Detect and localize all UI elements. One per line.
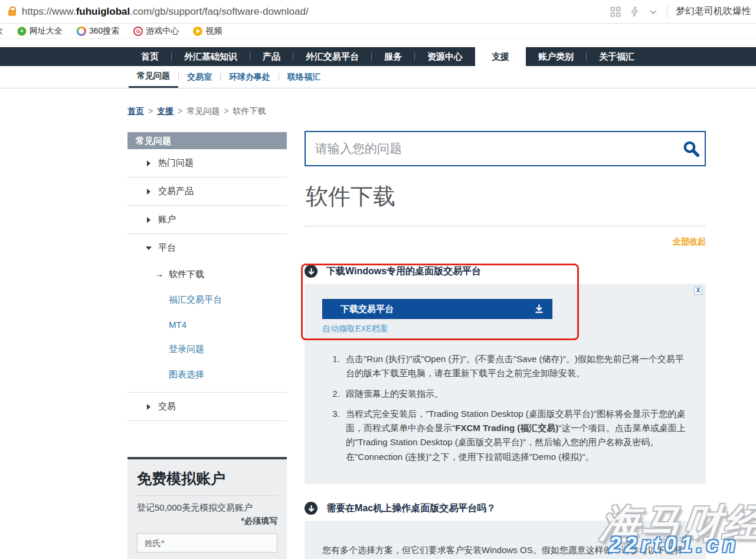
breadcrumb-faq: 常见问题 — [186, 106, 220, 116]
breadcrumb: 首页>支援>常见问题>软件下载 — [127, 106, 266, 117]
bookmark-video[interactable]: 视频 — [193, 26, 222, 37]
browser-url-bar: https://www.fuhuiglobal.com/gb/support/f… — [0, 0, 756, 24]
bookmark-nav-daquan[interactable]: + 网址大全 — [17, 26, 63, 37]
demo-box-subtitle: 登记50,000美元模拟交易账户 — [137, 502, 277, 514]
step-item: 当程式完全安装后，"Trading Station Desktop (桌面版交易… — [342, 407, 688, 464]
last-name-field[interactable] — [137, 533, 277, 553]
nav-item-forex-basics[interactable]: 外汇基础知识 — [172, 47, 250, 66]
bookmark-game-center[interactable]: G 游戏中心 — [133, 26, 179, 37]
spacer — [0, 39, 756, 47]
required-note: *必须填写 — [137, 516, 277, 527]
nav-item-support[interactable]: 支援 — [475, 47, 526, 66]
sidebar-item-hot-questions[interactable]: 热门问题 — [127, 149, 287, 177]
bookmark-360-search[interactable]: 360搜索 — [77, 26, 119, 37]
address-bar[interactable]: https://www.fuhuiglobal.com/gb/support/f… — [22, 6, 610, 18]
next-tab-title[interactable]: 梦幻老司机吹爆性价 — [676, 5, 751, 18]
sidebar-subitem-mt4[interactable]: MT4 — [127, 313, 287, 337]
windows-download-panel: X 下载交易平台 自动撷取EXE档案 点击"Run (执行)"或"Open (开… — [305, 284, 706, 484]
broken-image-icon: X — [694, 287, 702, 295]
collapse-arrow-icon[interactable] — [305, 265, 318, 278]
subnav-item-trading-room[interactable]: 交易室 — [179, 66, 220, 88]
collapse-arrow-icon[interactable] — [305, 502, 318, 515]
main-navigation: 首页 外汇基础知识 产品 外汇交易平台 服务 资源中心 支援 账户类别 关于福汇 — [0, 47, 756, 66]
nav-item-account-types[interactable]: 账户类别 — [526, 47, 586, 66]
accordion-header-windows-download[interactable]: 下载Windows专用的桌面版交易平台 — [305, 265, 706, 278]
download-icon — [534, 304, 545, 315]
sidebar-item-account[interactable]: 账户 — [127, 206, 287, 234]
download-platform-button[interactable]: 下载交易平台 — [322, 299, 552, 319]
faq-sidebar: 常见问题 热门问题 交易产品 账户 平台 软件下载 福汇交易平台 MT4 登录问… — [127, 132, 287, 421]
install-steps-list: 点击"Run (执行)"或"Open (开)"。(不要点击"Save (储存)"… — [342, 352, 688, 464]
section-title: 需要在Mac机上操作桌面版交易平台吗？ — [326, 502, 496, 515]
watermark-domain: 22rt01.cn — [609, 532, 739, 557]
sidebar-subitem-chart-options[interactable]: 图表选择 — [127, 362, 287, 387]
bookmarks-bar: 欢 + 网址大全 360搜索 G 游戏中心 视频 — [0, 24, 756, 39]
divider — [667, 5, 667, 18]
faq-search-box — [305, 131, 706, 166]
page-title: 软件下载 — [306, 182, 706, 212]
main-content: 软件下载 全部收起 下载Windows专用的桌面版交易平台 X 下载交易平台 自… — [305, 131, 706, 559]
nav-item-products[interactable]: 产品 — [250, 47, 293, 66]
divider — [305, 226, 706, 226]
nav-item-resources[interactable]: 资源中心 — [415, 47, 475, 66]
sidebar-subitem-login-issues[interactable]: 登录问题 — [127, 337, 287, 362]
breadcrumb-current: 软件下载 — [233, 106, 266, 116]
step-item: 点击"Run (执行)"或"Open (开)"。(不要点击"Save (储存)"… — [342, 352, 688, 381]
bookmark-partial[interactable]: 欢 — [0, 26, 3, 37]
nav-item-home[interactable]: 首页 — [129, 47, 171, 66]
chevron-down-icon[interactable] — [648, 6, 659, 17]
nav-item-services[interactable]: 服务 — [372, 47, 414, 66]
subnav-item-contact[interactable]: 联络福汇 — [279, 66, 329, 88]
section-title: 下载Windows专用的桌面版交易平台 — [326, 265, 481, 278]
platform-submenu: 软件下载 福汇交易平台 MT4 登录问题 图表选择 — [127, 262, 287, 393]
sidebar-item-trading-products[interactable]: 交易产品 — [127, 177, 287, 206]
color-ring-icon — [77, 27, 86, 36]
demo-account-box: 免费模拟账户 登记50,000美元模拟交易账户 *必须填写 — [127, 457, 287, 559]
subnav-item-faq[interactable]: 常见问题 — [129, 66, 178, 88]
plus-circle-icon: + — [17, 27, 27, 36]
nav-item-about-fxcm[interactable]: 关于福汇 — [587, 47, 647, 66]
play-circle-icon — [193, 27, 202, 36]
sidebar-item-platform[interactable]: 平台 — [127, 234, 287, 262]
search-input[interactable] — [306, 132, 678, 165]
exe-download-link[interactable]: 自动撷取EXE档案 — [322, 324, 388, 334]
g-circle-icon: G — [133, 27, 143, 36]
step-item: 跟随萤幕上的安装指示。 — [342, 387, 688, 401]
ssl-warning-lock-icon[interactable] — [8, 10, 16, 16]
sidebar-item-trading[interactable]: 交易 — [127, 393, 287, 421]
search-button[interactable] — [678, 140, 705, 157]
subnav-item-global-offices[interactable]: 环球办事处 — [221, 66, 279, 88]
sidebar-header: 常见问题 — [127, 132, 287, 149]
sidebar-subitem-fxcm-platform[interactable]: 福汇交易平台 — [127, 287, 287, 313]
nav-item-trading-platforms[interactable]: 外汇交易平台 — [293, 47, 371, 66]
lightning-icon[interactable] — [629, 6, 640, 17]
breadcrumb-home[interactable]: 首页 — [127, 106, 144, 116]
breadcrumb-support[interactable]: 支援 — [157, 106, 174, 116]
sidebar-subitem-software-download[interactable]: 软件下载 — [127, 262, 287, 287]
collapse-all-link[interactable]: 全部收起 — [673, 236, 706, 246]
sub-navigation: 常见问题 交易室 环球办事处 联络福汇 — [0, 66, 756, 88]
qr-grid-icon[interactable] — [610, 6, 621, 17]
search-icon — [682, 140, 700, 157]
demo-box-title: 免费模拟账户 — [137, 469, 277, 496]
